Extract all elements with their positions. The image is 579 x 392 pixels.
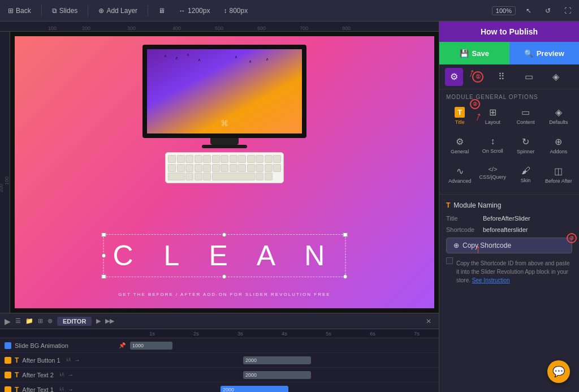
track-bar-btn1[interactable]: 2000: [243, 356, 311, 364]
option-title[interactable]: T Title ②: [444, 104, 476, 128]
track-color-dot-btn1: [5, 357, 11, 364]
nodes-icon: ⠿: [498, 71, 505, 82]
time-mark-2s: 2s: [174, 331, 218, 337]
option-layout-label: Layout: [485, 119, 500, 125]
selection-handle-ml: [102, 253, 106, 258]
save-icon: 💾: [460, 49, 469, 58]
slides-button[interactable]: ⧉ Slides: [49, 6, 81, 16]
layout-icon-button[interactable]: ▭: [520, 68, 538, 86]
chat-icon: 💬: [552, 365, 565, 378]
add-layer-button[interactable]: ⊕ Add Layer: [95, 6, 141, 16]
track-label-bg: Slide BG Animation 📌: [0, 342, 130, 349]
clean-text-container[interactable]: C L E A N: [103, 234, 346, 277]
option-spinner[interactable]: ↻ Spinner: [510, 133, 542, 158]
option-before-after[interactable]: ◫ Before After: [543, 162, 574, 187]
track-type-icon-text1: T: [15, 386, 19, 393]
option-skin[interactable]: 🖌 Skin: [510, 162, 542, 187]
grid-icon-timeline[interactable]: ⊞: [38, 317, 43, 325]
option-advanced[interactable]: ∿ Advanced: [444, 162, 476, 187]
option-css-jquery[interactable]: </> CSS/jQuery: [477, 162, 508, 187]
chat-button[interactable]: 💬: [547, 360, 570, 383]
save-button[interactable]: 💾 Save: [439, 42, 509, 64]
track-bar-text1[interactable]: 2000: [221, 386, 288, 392]
before-after-icon: ◫: [554, 166, 563, 176]
copy-shortcode-button[interactable]: ⊕ Copy Shortcode: [446, 238, 572, 253]
annotation-circle-1: ①: [472, 71, 483, 83]
key: [256, 155, 263, 163]
back-button[interactable]: ⊞ Back: [5, 6, 34, 16]
option-on-scroll-label: On Scroll: [482, 148, 503, 154]
option-defaults[interactable]: ◈ Defaults: [543, 104, 574, 128]
monitor-icon-button[interactable]: 🖥: [155, 6, 168, 16]
divider: [439, 194, 579, 195]
ruler-mark-500: 500: [215, 25, 223, 31]
slide-background: ∧ ∧ ∧ ∧ ∧ ∧ ∧ ⌘: [15, 36, 434, 308]
option-general[interactable]: ⚙ General: [444, 133, 476, 158]
key: [238, 155, 246, 163]
bird: ∧: [187, 53, 189, 57]
preview-button[interactable]: 🔍 Preview: [509, 42, 580, 64]
gear-icon: ⚙: [450, 71, 458, 82]
option-addons[interactable]: ⊕ Addons: [543, 133, 574, 158]
track-arrow-text1[interactable]: →: [68, 386, 74, 392]
track-bar-value-text2: 2000: [245, 372, 257, 378]
settings-icon-button[interactable]: ⚙: [445, 68, 463, 86]
monitor-base: [202, 145, 247, 148]
canvas-area: 100 200 300 400 500 600 700 800 100 200 …: [0, 21, 439, 392]
ruler-vertical: 100 200 300 400: [0, 32, 10, 313]
folder-icon[interactable]: 📁: [25, 317, 33, 325]
fullscreen-button[interactable]: ⛶: [561, 6, 574, 16]
track-bar-text2[interactable]: 2000: [243, 371, 311, 379]
keyboard-mockup: [165, 152, 284, 183]
key: [168, 155, 176, 163]
track-label-text1: T After Text 1 ㎄ →: [0, 386, 130, 393]
option-advanced-label: Advanced: [448, 178, 471, 184]
key: [273, 155, 281, 163]
list-icon[interactable]: ☰: [15, 317, 21, 325]
module-naming-label: Module Naming: [453, 201, 501, 209]
selection-handle-bl: [102, 274, 106, 279]
copy-btn-container: ⊕ Copy Shortcode ③: [446, 238, 572, 253]
grid-icon: ⊞: [8, 7, 14, 15]
zoom-level[interactable]: 100%: [492, 6, 516, 15]
skin-icon: 🖌: [521, 166, 530, 176]
timeline-play[interactable]: ▶: [96, 317, 101, 325]
option-on-scroll[interactable]: ↕ On Scroll: [477, 133, 508, 158]
shortcode-field-value: beforeafterslider: [483, 226, 528, 233]
editor-tab[interactable]: EDITOR: [57, 317, 92, 326]
info-checkbox[interactable]: [446, 257, 453, 264]
instruction-link[interactable]: See Instruction: [472, 277, 510, 283]
nodes-icon-button[interactable]: ⠿: [492, 68, 511, 86]
width-input[interactable]: ↔ 1200px: [175, 6, 213, 16]
key: [247, 155, 255, 163]
key: [195, 155, 202, 163]
shortcode-field-label: Shortcode: [446, 226, 483, 233]
ruler-mark-300: 300: [127, 25, 136, 31]
rp-header: How to Publish: [439, 21, 579, 42]
timeline-close-button[interactable]: ✕: [423, 316, 434, 327]
play-button[interactable]: ▶: [5, 317, 11, 326]
track-pin-icon[interactable]: 📌: [119, 342, 126, 348]
key: [203, 173, 211, 180]
undo-button[interactable]: ↺: [542, 6, 554, 16]
option-layout[interactable]: ⊞ Layout: [477, 104, 508, 128]
time-mark-3s: 3s: [218, 331, 262, 337]
bird: ∧: [266, 57, 269, 62]
track-bar-bg[interactable]: 1000: [130, 342, 172, 350]
pointer-tool-button[interactable]: ↖: [522, 6, 535, 16]
rp-icon-row: ⚙ ① ⠿ ▭ ◈: [439, 64, 579, 89]
clean-text: C L E A N: [113, 240, 336, 272]
bird: ∧: [198, 58, 201, 62]
height-input[interactable]: ↕ 800px: [220, 6, 251, 16]
option-content[interactable]: ▭ Content: [510, 104, 542, 128]
track-arrow-btn1[interactable]: →: [75, 357, 80, 363]
option-general-label: General: [451, 149, 469, 154]
ruler-horizontal: 100 200 300 400 500 600 700 800: [0, 21, 439, 32]
layers-icon-button[interactable]: ◈: [547, 68, 565, 86]
slide-canvas[interactable]: ∧ ∧ ∧ ∧ ∧ ∧ ∧ ⌘: [10, 32, 439, 313]
track-arrow-text2[interactable]: →: [68, 372, 74, 378]
timeline-skip[interactable]: ▶▶: [105, 317, 114, 325]
annotation-circle-3: ③: [567, 233, 577, 243]
copy-icon-timeline[interactable]: ⊕: [47, 317, 53, 325]
key: [185, 164, 193, 172]
